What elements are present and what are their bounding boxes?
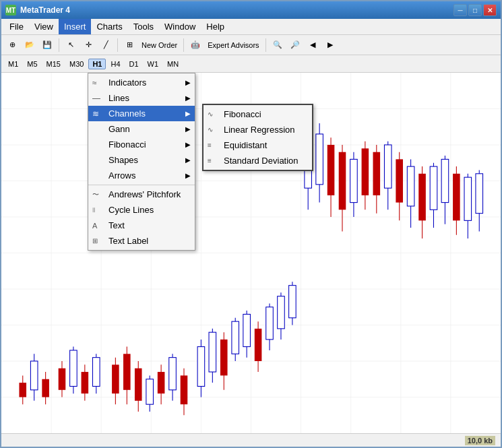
linear-regression-icon: ∿ (208, 126, 213, 133)
menu-charts[interactable]: Charts (91, 19, 127, 34)
svg-rect-76 (362, 148, 369, 195)
menu-item-fibonacci[interactable]: Fibonacci ▶ (88, 137, 195, 152)
menu-item-standard-deviation[interactable]: ≡ Standard Deviation (203, 153, 312, 168)
title-bar-left: MT MetaTrader 4 (5, 5, 70, 15)
arrow-tool[interactable]: ↖ (63, 37, 79, 53)
menu-tools[interactable]: Tools (128, 19, 159, 34)
menu-item-shapes[interactable]: Shapes ▶ (88, 152, 195, 168)
new-order-btn[interactable]: ⊞ (121, 37, 137, 53)
svg-rect-94 (464, 177, 472, 220)
menu-bar: File View Insert Charts Tools Window Hel… (1, 19, 501, 35)
scroll-left-btn[interactable]: ◀ (305, 37, 321, 53)
zoom-in-btn[interactable]: 🔍 (270, 37, 286, 53)
svg-rect-38 (135, 369, 142, 401)
save-button[interactable]: 💾 (39, 37, 55, 53)
line-tool[interactable]: ╱ (98, 37, 114, 53)
svg-rect-54 (232, 321, 239, 354)
expert-advisors-btn[interactable]: 🤖 (187, 37, 203, 53)
menu-item-equidistant[interactable]: ≡ Equidistant (203, 137, 312, 153)
sep1 (59, 38, 59, 52)
svg-rect-78 (373, 152, 381, 195)
tf-m5[interactable]: M5 (23, 59, 41, 69)
tf-h4[interactable]: H4 (106, 59, 124, 69)
tf-m30[interactable]: M30 (65, 59, 88, 69)
svg-rect-92 (453, 174, 460, 221)
title-controls: ─ □ ✕ (453, 4, 497, 16)
svg-rect-90 (441, 159, 449, 202)
minimize-button[interactable]: ─ (453, 4, 467, 16)
text-icon: A (92, 222, 97, 230)
lines-icon: — (92, 94, 100, 103)
menu-item-gann[interactable]: Gann ▶ (88, 121, 195, 137)
toolbar-main: ⊕ 📂 💾 ↖ ✛ ╱ ⊞ New Order 🤖 Expert Advisor… (1, 35, 501, 55)
menu-item-arrows[interactable]: Arrows ▶ (88, 168, 195, 183)
chart-area[interactable]: ≈ Indicators ▶ — Lines ▶ ≋ Channels ▶ Ga… (1, 73, 501, 433)
fibonacci-arrow: ▶ (185, 141, 191, 148)
menu-window[interactable]: Window (159, 19, 201, 34)
menu-item-andrews-pitchfork[interactable]: 〜 Andrews' Pitchfork (88, 187, 195, 202)
new-order-label: New Order (139, 41, 180, 49)
sep2 (117, 38, 118, 52)
svg-rect-48 (197, 347, 205, 387)
standard-deviation-icon: ≡ (208, 157, 212, 164)
text-label-icon: ⊞ (92, 237, 98, 245)
svg-rect-30 (82, 372, 89, 393)
menu-help[interactable]: Help (201, 19, 230, 34)
close-button[interactable]: ✕ (483, 4, 497, 16)
menu-item-indicators[interactable]: ≈ Indicators ▶ (88, 75, 195, 90)
svg-rect-22 (30, 361, 38, 390)
menu-item-lines[interactable]: — Lines ▶ (88, 90, 195, 106)
svg-rect-86 (418, 174, 426, 221)
open-button[interactable]: 📂 (22, 37, 38, 53)
menu-separator (88, 185, 195, 185)
svg-rect-36 (123, 354, 131, 390)
menu-file[interactable]: File (4, 19, 29, 34)
svg-rect-58 (255, 329, 262, 361)
tf-m15[interactable]: M15 (42, 59, 65, 69)
menu-item-text[interactable]: A Text (88, 218, 195, 233)
tf-w1[interactable]: W1 (144, 59, 163, 69)
tf-mn[interactable]: MN (163, 59, 183, 69)
crosshair-tool[interactable]: ✛ (80, 37, 96, 53)
svg-rect-62 (278, 296, 285, 329)
tf-d1[interactable]: D1 (125, 59, 143, 69)
equidistant-icon: ≡ (208, 141, 212, 149)
svg-rect-32 (92, 358, 100, 387)
menu-item-channels[interactable]: ≋ Channels ▶ (88, 106, 195, 121)
svg-rect-56 (243, 314, 251, 346)
svg-rect-40 (146, 379, 154, 404)
tf-h1[interactable]: H1 (88, 59, 106, 69)
title-bar: MT MetaTrader 4 ─ □ ✕ (1, 1, 501, 19)
channels-submenu: ∿ Fibonacci ∿ Linear Regression ≡ Equidi… (202, 104, 313, 171)
fibonacci-channel-icon: ∿ (208, 110, 213, 118)
svg-rect-44 (169, 358, 177, 390)
svg-rect-68 (316, 134, 323, 185)
indicators-arrow: ▶ (185, 79, 191, 86)
status-bar: 10,0 kb (1, 433, 501, 447)
sep4 (265, 38, 266, 52)
expert-advisors-label: Expert Advisors (205, 41, 261, 49)
svg-rect-80 (384, 145, 391, 188)
window-title: MetaTrader 4 (20, 5, 70, 15)
svg-rect-96 (476, 174, 483, 214)
menu-item-fibonacci-channel[interactable]: ∿ Fibonacci (203, 106, 312, 122)
svg-rect-70 (327, 145, 335, 195)
arrows-arrow: ▶ (185, 172, 191, 179)
svg-rect-84 (407, 166, 414, 206)
maximize-button[interactable]: □ (468, 4, 482, 16)
status-info: 10,0 kb (465, 436, 495, 445)
menu-item-cycle-lines[interactable]: ⦀ Cycle Lines (88, 202, 195, 218)
indicators-icon: ≈ (92, 78, 97, 88)
menu-item-text-label[interactable]: ⊞ Text Label (88, 233, 195, 249)
menu-insert[interactable]: Insert (59, 19, 92, 34)
new-chart-button[interactable]: ⊕ (4, 37, 20, 53)
zoom-out-btn[interactable]: 🔎 (287, 37, 303, 53)
scroll-right-btn[interactable]: ▶ (322, 37, 338, 53)
menu-item-linear-regression[interactable]: ∿ Linear Regression (203, 122, 312, 137)
svg-rect-34 (112, 364, 119, 393)
svg-rect-88 (430, 166, 437, 210)
svg-rect-64 (289, 286, 296, 318)
menu-view[interactable]: View (29, 19, 59, 34)
sep3 (183, 38, 184, 52)
tf-m1[interactable]: M1 (4, 59, 22, 69)
